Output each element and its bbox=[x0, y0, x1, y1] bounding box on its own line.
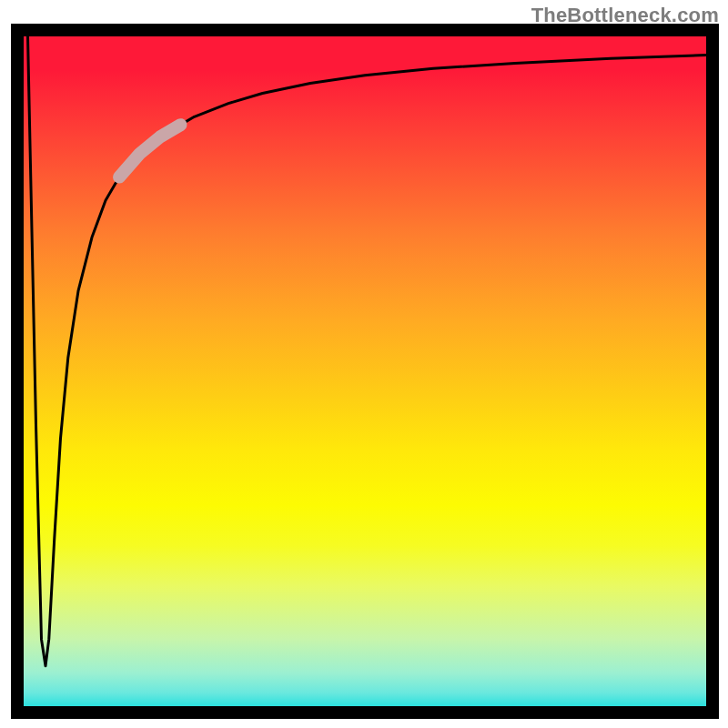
chart-stage: TheBottleneck.com bbox=[0, 0, 728, 728]
highlight-segment bbox=[119, 125, 181, 177]
bottleneck-curve bbox=[28, 36, 707, 666]
chart-frame bbox=[11, 24, 719, 719]
plot-area bbox=[24, 36, 706, 706]
curve-svg bbox=[24, 36, 706, 706]
